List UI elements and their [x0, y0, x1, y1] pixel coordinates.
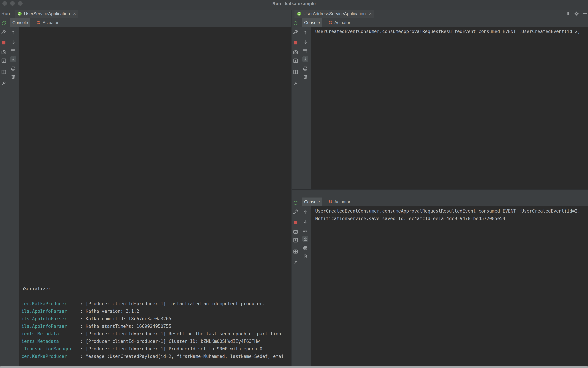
tab-actuator-label: Actuator — [334, 199, 350, 204]
tab-console[interactable]: Console — [10, 18, 30, 27]
logger-name: ients.Metadata — [21, 338, 80, 345]
actuator-icon — [329, 200, 333, 204]
logger-name: ils.AppInfoParser — [21, 307, 80, 315]
settings-icon[interactable] — [293, 29, 298, 35]
log-line: UserCreatedEventConsumer.consumeApproval… — [315, 208, 580, 214]
log-message: : [Producer clientId=producer-1] Produce… — [80, 346, 262, 351]
rerun-icon[interactable] — [1, 20, 7, 26]
user-service-console-output[interactable]: nSerializer cer.KafkaProducer: [Producer… — [21, 285, 291, 360]
settings-gear-icon[interactable] — [574, 11, 579, 16]
run-tab-label: UserAddressServiceApplication — [303, 11, 366, 16]
scroll-to-end-icon[interactable] — [10, 56, 16, 62]
tab-actuator-label: Actuator — [334, 20, 350, 25]
close-tab-icon[interactable]: × — [369, 11, 372, 16]
log-message: : [Producer clientId=producer-1] Instant… — [80, 301, 265, 306]
log-message: : [Producer clientId=producer-1] Cluster… — [80, 339, 260, 344]
clear-all-icon[interactable] — [10, 74, 16, 80]
tab-console[interactable]: Console — [302, 198, 322, 206]
logger-name: ients.Metadata — [21, 330, 80, 338]
bottom-panel-tabbar — [292, 190, 588, 198]
log-message: : Kafka version: 3.1.2 — [80, 309, 139, 314]
spring-boot-icon — [297, 11, 301, 16]
run-tool-window: Run - kafka-example Run: UserServiceAppl… — [0, 0, 588, 368]
settings-icon[interactable] — [1, 29, 7, 35]
layout-settings-icon[interactable] — [564, 11, 570, 16]
soft-wrap-icon[interactable] — [302, 48, 308, 54]
user-address-console-output[interactable]: UserCreatedEventConsumer.consumeApproval… — [315, 28, 588, 35]
hide-window-icon[interactable] — [582, 11, 588, 16]
stop-icon[interactable] — [293, 40, 298, 46]
spring-boot-icon — [18, 11, 22, 16]
panel-divider[interactable] — [291, 10, 292, 366]
run-tab-user-service[interactable]: UserServiceApplication × — [15, 10, 78, 18]
thread-dump-icon[interactable] — [293, 229, 298, 235]
tab-console-label: Console — [304, 199, 320, 204]
close-tab-icon[interactable]: × — [73, 11, 76, 16]
up-stack-icon[interactable] — [302, 30, 308, 36]
print-icon[interactable] — [302, 245, 308, 251]
run-tab-user-address[interactable]: UserAddressServiceApplication × — [294, 10, 374, 18]
thread-dump-icon[interactable] — [1, 49, 7, 55]
logger-name: cer.KafkaProducer — [21, 353, 80, 360]
notification-console-output[interactable]: UserCreatedEventConsumer.consumeApproval… — [315, 207, 588, 222]
open-output-icon[interactable] — [1, 58, 7, 64]
restore-layout-icon[interactable] — [1, 69, 7, 75]
stop-icon[interactable] — [1, 40, 7, 46]
down-stack-icon[interactable] — [302, 39, 308, 45]
log-message: : Kafka startTimeMs: 1669924950755 — [80, 324, 171, 329]
user-address-console[interactable] — [311, 27, 588, 189]
titlebar: Run - kafka-example — [0, 0, 588, 10]
print-icon[interactable] — [10, 66, 16, 72]
restore-layout-icon[interactable] — [293, 249, 298, 254]
scroll-to-end-icon[interactable] — [302, 56, 308, 62]
logger-name: ils.AppInfoParser — [21, 322, 80, 330]
tab-actuator-label: Actuator — [43, 20, 58, 25]
rerun-icon[interactable] — [293, 200, 298, 206]
logger-name: .TransactionManager — [21, 345, 80, 353]
pin-icon[interactable] — [1, 80, 7, 86]
run-tab-label: UserServiceApplication — [24, 11, 70, 16]
pin-icon[interactable] — [293, 80, 298, 86]
tab-actuator[interactable]: Actuator — [325, 18, 354, 27]
log-message: : Kafka commitId: f8c67dc3ae0a3265 — [80, 316, 171, 321]
tab-console-label: Console — [12, 20, 28, 25]
soft-wrap-icon[interactable] — [10, 48, 16, 54]
settings-icon[interactable] — [293, 209, 298, 215]
soft-wrap-icon[interactable] — [302, 227, 308, 233]
log-message: : Message :UserCreatedPayload(id=2, firs… — [80, 354, 284, 359]
notification-console[interactable] — [311, 206, 588, 368]
tab-console[interactable]: Console — [302, 18, 322, 27]
log-line: UserCreatedEventConsumer.consumeApproval… — [315, 29, 580, 34]
log-line: nSerializer — [21, 286, 51, 291]
clear-all-icon[interactable] — [302, 253, 308, 259]
window-title: Run - kafka-example — [0, 1, 588, 6]
print-icon[interactable] — [302, 66, 308, 72]
clear-all-icon[interactable] — [302, 74, 308, 80]
tab-actuator[interactable]: Actuator — [325, 198, 354, 206]
logger-name: cer.KafkaProducer — [21, 300, 80, 307]
down-stack-icon[interactable] — [10, 39, 16, 45]
actuator-icon — [329, 20, 333, 25]
scroll-to-end-icon[interactable] — [302, 236, 308, 242]
tab-actuator[interactable]: Actuator — [33, 18, 62, 27]
run-label: Run: — [1, 10, 11, 18]
restore-layout-icon[interactable] — [293, 69, 298, 75]
log-line: NotificationService.save saved Id: ec4af… — [315, 216, 505, 221]
rerun-icon[interactable] — [293, 20, 298, 26]
thread-dump-icon[interactable] — [293, 49, 298, 55]
log-message: : [Producer clientId=producer-1] Resetti… — [80, 331, 281, 336]
stop-icon[interactable] — [293, 219, 298, 225]
pin-icon[interactable] — [293, 260, 298, 266]
up-stack-icon[interactable] — [302, 209, 308, 215]
down-stack-icon[interactable] — [302, 219, 308, 225]
logger-name: ils.AppInfoParser — [21, 315, 80, 322]
up-stack-icon[interactable] — [10, 30, 16, 36]
actuator-icon — [37, 20, 41, 25]
open-output-icon[interactable] — [293, 237, 298, 243]
open-output-icon[interactable] — [293, 58, 298, 64]
horizontal-scrollbar[interactable] — [0, 366, 588, 368]
tab-console-label: Console — [304, 20, 320, 25]
